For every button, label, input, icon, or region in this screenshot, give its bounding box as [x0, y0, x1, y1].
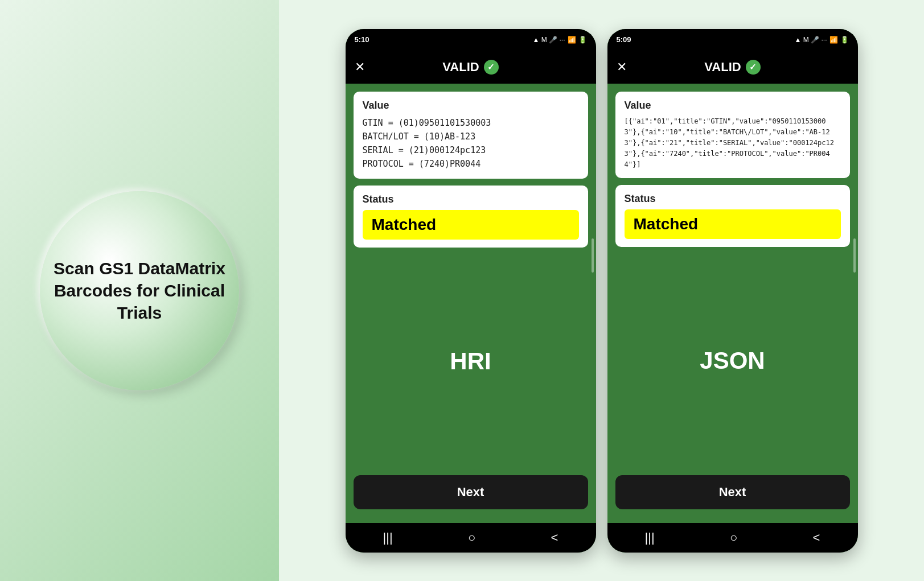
phone-hri: 5:10 ▲ M 🎤 ··· 📶 🔋 ✕ VALID ✓ — [346, 29, 596, 553]
valid-label-json: VALID — [704, 60, 741, 75]
next-btn-container-hri: Next — [354, 475, 588, 515]
status-label-json: Status — [625, 193, 841, 205]
left-panel: Scan GS1 DataMatrix Barcodes for Clinica… — [0, 0, 279, 581]
value-card-hri: Value GTIN = (01)09501101530003BATCH/LOT… — [354, 92, 588, 179]
valid-label-hri: VALID — [442, 60, 479, 75]
value-label-hri: Value — [363, 100, 579, 112]
status-label-hri: Status — [363, 193, 579, 205]
phones-container: 5:10 ▲ M 🎤 ··· 📶 🔋 ✕ VALID ✓ — [279, 0, 924, 581]
notification-icons-hri: ▲ M 🎤 ··· — [533, 36, 565, 44]
mode-label-hri: HRI — [354, 254, 588, 468]
status-icons-hri: ▲ M 🎤 ··· 📶 🔋 — [533, 36, 587, 44]
status-time-hri: 5:10 — [355, 35, 369, 44]
wifi-icon-json: 📶 — [829, 36, 838, 44]
check-icon-hri: ✓ — [487, 62, 495, 72]
scroll-indicator-hri — [592, 238, 594, 273]
status-card-hri: Status Matched — [354, 186, 588, 248]
circle: Scan GS1 DataMatrix Barcodes for Clinica… — [40, 191, 239, 390]
nav-back-icon-hri[interactable]: < — [551, 530, 558, 545]
notification-icons-json: ▲ M 🎤 ··· — [795, 36, 827, 44]
phone-hri-wrapper: 5:10 ▲ M 🎤 ··· 📶 🔋 ✕ VALID ✓ — [346, 29, 596, 553]
phone-content-hri: Value GTIN = (01)09501101530003BATCH/LOT… — [346, 84, 596, 523]
close-button-hri[interactable]: ✕ — [355, 60, 365, 75]
battery-icon-json: 🔋 — [840, 36, 849, 44]
header-title-hri: VALID ✓ — [442, 60, 498, 75]
phone-header-hri: ✕ VALID ✓ — [346, 51, 596, 84]
header-title-json: VALID ✓ — [704, 60, 760, 75]
status-card-json: Status Matched — [615, 185, 850, 247]
valid-check-hri: ✓ — [484, 60, 499, 75]
status-icons-json: ▲ M 🎤 ··· 📶 🔋 — [795, 36, 849, 44]
valid-check-json: ✓ — [746, 60, 761, 75]
phone-json: 5:09 ▲ M 🎤 ··· 📶 🔋 ✕ VALID ✓ — [607, 29, 858, 553]
nav-home-icon-hri[interactable]: ○ — [468, 530, 475, 545]
nav-home-icon-json[interactable]: ○ — [730, 530, 737, 545]
phone-header-json: ✕ VALID ✓ — [607, 51, 858, 84]
nav-menu-icon-json[interactable]: ||| — [645, 530, 655, 545]
phone-content-json: Value [{"ai":"01","title":"GTIN","value"… — [607, 84, 858, 523]
value-text-hri: GTIN = (01)09501101530003BATCH/LOT = (10… — [363, 116, 579, 171]
check-icon-json: ✓ — [749, 62, 757, 72]
phone-json-wrapper: 5:09 ▲ M 🎤 ··· 📶 🔋 ✕ VALID ✓ — [607, 29, 858, 553]
status-bar-hri: 5:10 ▲ M 🎤 ··· 📶 🔋 — [346, 29, 596, 51]
next-btn-container-json: Next — [615, 475, 850, 515]
nav-menu-icon-hri[interactable]: ||| — [383, 530, 393, 545]
value-text-json: [{"ai":"01","title":"GTIN","value":"0950… — [625, 116, 841, 171]
mode-label-json: JSON — [615, 254, 850, 468]
nav-back-icon-json[interactable]: < — [813, 530, 820, 545]
close-button-json[interactable]: ✕ — [617, 60, 627, 75]
value-card-json: Value [{"ai":"01","title":"GTIN","value"… — [615, 92, 850, 179]
status-bar-json: 5:09 ▲ M 🎤 ··· 📶 🔋 — [607, 29, 858, 51]
matched-badge-json: Matched — [625, 209, 841, 239]
status-time-json: 5:09 — [617, 35, 631, 44]
next-button-json[interactable]: Next — [615, 475, 850, 509]
bottom-nav-json: ||| ○ < — [607, 523, 858, 553]
circle-text: Scan GS1 DataMatrix Barcodes for Clinica… — [40, 246, 239, 335]
matched-badge-hri: Matched — [363, 210, 579, 240]
battery-icon-hri: 🔋 — [578, 36, 587, 44]
wifi-icon-hri: 📶 — [568, 36, 576, 44]
scroll-indicator-json — [853, 238, 856, 273]
next-button-hri[interactable]: Next — [354, 475, 588, 509]
value-label-json: Value — [625, 100, 841, 112]
bottom-nav-hri: ||| ○ < — [346, 523, 596, 553]
